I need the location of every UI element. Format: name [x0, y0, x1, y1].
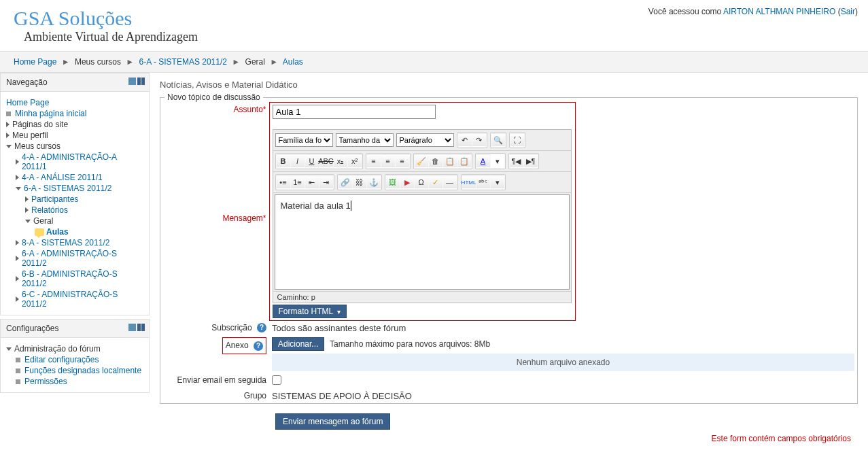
- nav-course-8a[interactable]: 8-A - SISTEMAS 2011/2: [22, 238, 109, 247]
- expand-icon[interactable]: [16, 296, 19, 302]
- expand-icon[interactable]: [6, 133, 10, 138]
- expand-icon[interactable]: [25, 196, 29, 202]
- help-icon[interactable]: ?: [254, 341, 263, 351]
- equation-icon[interactable]: Ω: [415, 175, 428, 189]
- spellcheck-toggle-icon[interactable]: ▾: [491, 175, 504, 189]
- align-center-icon[interactable]: ≡: [381, 154, 395, 168]
- subject-label: Assunto*: [233, 105, 266, 114]
- anchor-icon[interactable]: ⚓: [367, 175, 381, 189]
- align-right-icon[interactable]: ≡: [396, 154, 409, 168]
- expand-icon[interactable]: [16, 175, 19, 180]
- expand-icon[interactable]: [16, 240, 19, 245]
- nav-participants[interactable]: Participantes: [31, 194, 78, 204]
- nav-general[interactable]: Geral: [33, 216, 53, 226]
- config-permissions[interactable]: Permissões: [24, 377, 67, 386]
- unlink-icon[interactable]: ⛓: [353, 175, 366, 189]
- help-icon[interactable]: ?: [257, 323, 266, 332]
- dock-block-icon[interactable]: [137, 78, 145, 85]
- paste-text-icon[interactable]: 📋: [443, 154, 457, 168]
- hide-block-icon[interactable]: [128, 324, 136, 331]
- config-block-header: Configurações: [1, 320, 149, 338]
- format-select[interactable]: Formato HTML: [273, 305, 347, 318]
- align-left-icon[interactable]: ≡: [367, 154, 381, 168]
- nav-course-6a-sistemas[interactable]: 6-A - SISTEMAS 2011/2: [24, 184, 111, 193]
- superscript-icon[interactable]: x²: [348, 154, 362, 168]
- paste-word-icon[interactable]: 📋: [457, 154, 471, 168]
- indent-icon[interactable]: ⇥: [319, 175, 333, 189]
- file-drop-area[interactable]: Nenhum arquivo anexado: [272, 354, 854, 371]
- paragraph-select[interactable]: Parágrafo: [396, 133, 454, 147]
- find-replace-icon[interactable]: 🔍: [491, 133, 505, 147]
- nav-my-profile[interactable]: Meu perfil: [12, 131, 48, 140]
- link-icon[interactable]: 🔗: [338, 175, 352, 189]
- logout-link[interactable]: Sair: [841, 7, 855, 16]
- nav-course-4a-adm[interactable]: 4-A - ADMINISTRAÇÃO-A 2011/1: [22, 152, 143, 171]
- config-edit[interactable]: Editar configurações: [24, 355, 99, 364]
- nav-site-pages[interactable]: Páginas do site: [12, 120, 68, 129]
- config-admin-forum[interactable]: Administração do fórum: [14, 344, 101, 354]
- nonbreaking-icon[interactable]: ✓: [429, 175, 442, 189]
- undo-icon[interactable]: ↶: [458, 133, 472, 147]
- special-char-icon[interactable]: —: [443, 175, 457, 189]
- nav-course-6c-adm[interactable]: 6-C - ADMINISTRAÇÃO-S 2011/2: [22, 290, 143, 309]
- breadcrumb-meus-cursos: Meus cursos: [75, 57, 121, 67]
- max-size-text: Tamanho máximo para novos arquivos: 8Mb: [330, 339, 490, 349]
- breadcrumb-course[interactable]: 6-A - SISTEMAS 2011/2: [139, 57, 227, 67]
- add-file-button[interactable]: Adicionar...: [272, 337, 324, 351]
- spellcheck-icon[interactable]: ᵃᵇᶜ: [476, 175, 490, 189]
- font-family-select[interactable]: Família da font: [275, 133, 333, 147]
- expand-icon[interactable]: [16, 276, 19, 281]
- bullet-list-icon[interactable]: •≡: [277, 175, 290, 189]
- login-info: Você acessou como AIRTON ALTHMAN PINHEIR…: [648, 7, 858, 16]
- nav-course-6b-adm[interactable]: 6-B - ADMINISTRAÇÃO-S 2011/2: [22, 269, 143, 288]
- nav-course-4a-analise[interactable]: 4-A - ANÁLISE 2011/1: [22, 173, 103, 182]
- expand-icon[interactable]: [16, 159, 19, 165]
- send-now-checkbox[interactable]: [272, 375, 281, 385]
- user-link[interactable]: AIRTON ALTHMAN PINHEIRO: [723, 7, 835, 16]
- expand-icon[interactable]: [16, 256, 19, 261]
- send-now-label: Enviar email em seguida: [177, 375, 266, 385]
- fullscreen-icon[interactable]: ⛶: [510, 133, 524, 147]
- hide-block-icon[interactable]: [128, 78, 136, 85]
- expand-icon[interactable]: [6, 122, 10, 127]
- nav-my-courses[interactable]: Meus cursos: [14, 141, 60, 151]
- nav-course-6a-adm[interactable]: 6-A - ADMINISTRAÇÃO-S 2011/2: [22, 249, 143, 268]
- expand-icon[interactable]: [25, 207, 29, 213]
- bold-icon[interactable]: B: [277, 154, 290, 168]
- italic-icon[interactable]: I: [291, 154, 305, 168]
- subject-input[interactable]: [273, 105, 436, 119]
- config-roles[interactable]: Funções designadas localmente: [24, 366, 141, 375]
- breadcrumb-aulas[interactable]: Aulas: [283, 57, 303, 67]
- underline-icon[interactable]: U: [305, 154, 319, 168]
- font-size-select[interactable]: Tamanho da fo: [336, 133, 394, 147]
- breadcrumb-home[interactable]: Home Page: [14, 57, 56, 67]
- ltr-icon[interactable]: ¶◀: [510, 154, 523, 168]
- subscript-icon[interactable]: x₂: [334, 154, 347, 168]
- bg-color-icon[interactable]: ▾: [491, 154, 504, 168]
- text-color-icon[interactable]: A: [476, 154, 490, 168]
- outdent-icon[interactable]: ⇤: [305, 175, 319, 189]
- collapse-icon[interactable]: [25, 220, 31, 223]
- clean-icon[interactable]: 🧹: [415, 154, 428, 168]
- strikethrough-icon[interactable]: ABC: [319, 154, 333, 168]
- number-list-icon[interactable]: 1≡: [291, 175, 305, 189]
- group-label: Grupo: [244, 391, 266, 400]
- collapse-icon[interactable]: [16, 187, 21, 190]
- editor-body[interactable]: Material da aula 1: [275, 194, 570, 290]
- nav-my-page[interactable]: Minha página inicial: [15, 109, 86, 118]
- nav-home[interactable]: Home Page: [6, 98, 49, 107]
- nav-reports[interactable]: Relatórios: [31, 205, 68, 215]
- collapse-icon[interactable]: [6, 347, 12, 351]
- rtl-icon[interactable]: ▶¶: [524, 154, 538, 168]
- remove-format-icon[interactable]: 🗑: [429, 154, 442, 168]
- required-note: Este form contém campos obrigatórios: [160, 430, 858, 445]
- submit-button[interactable]: Enviar mensagem ao fórum: [275, 413, 390, 430]
- nav-aulas[interactable]: Aulas: [46, 227, 69, 237]
- redo-icon[interactable]: ↷: [472, 133, 486, 147]
- image-icon[interactable]: 🖼: [386, 175, 400, 189]
- media-icon[interactable]: ▶: [400, 175, 414, 189]
- edit-html-icon[interactable]: HTML: [462, 175, 476, 189]
- dock-block-icon[interactable]: [137, 324, 145, 331]
- subscription-label: Subscrição: [211, 323, 251, 332]
- collapse-icon[interactable]: [6, 145, 12, 148]
